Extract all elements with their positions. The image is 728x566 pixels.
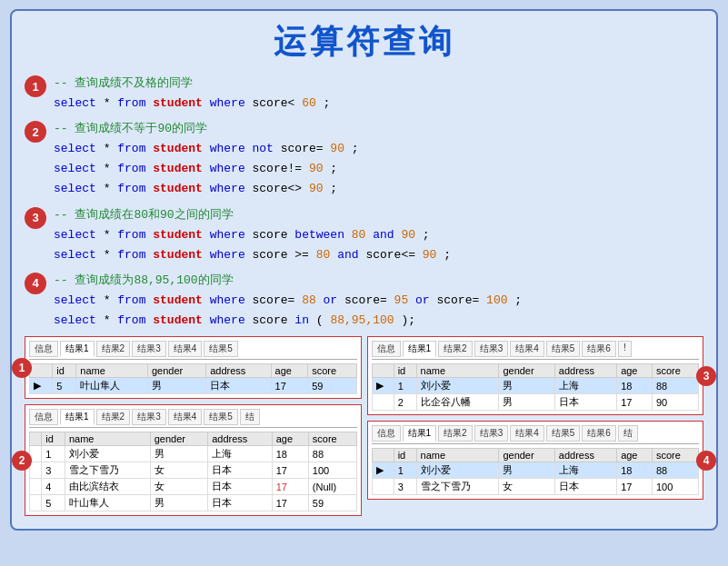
tab-result6-3[interactable]: 结果6 [582, 341, 616, 357]
cell-address: 日本 [206, 378, 271, 394]
tab-bar-3: 信息 结果1 结果2 结果3 结果4 结果5 结果6 ! [372, 341, 700, 360]
code-block-4: -- 查询成绩为88,95,100的同学 select * from stude… [54, 271, 522, 331]
table-row: 3 雪之下雪乃 女 日本 17 100 [372, 479, 699, 495]
cell-address: 上海 [208, 446, 273, 462]
cell-name: 由比滨结衣 [65, 479, 150, 495]
col-marker-2 [30, 432, 42, 446]
cell-id: 2 [394, 394, 416, 411]
tab-info-2[interactable]: 信息 [29, 409, 58, 425]
cell-score: 59 [308, 495, 356, 511]
tab-result1-1[interactable]: 结果1 [60, 341, 95, 357]
row-marker: ▶ [372, 378, 394, 394]
col-gender-3: gender [499, 364, 554, 378]
section-1: 1 -- 查询成绩不及格的同学 select * from student wh… [25, 74, 703, 114]
tab-result3-1[interactable]: 结果3 [132, 341, 166, 357]
col-address-3: address [554, 364, 616, 378]
row-marker: ▶ [30, 378, 53, 394]
tab-resultn-3[interactable]: ! [618, 341, 632, 357]
row-marker: ▶ [372, 462, 394, 479]
tab-result3-2[interactable]: 结果3 [132, 409, 166, 425]
comment-3: -- 查询成绩在80和90之间的同学 [54, 205, 451, 225]
result-badge-3: 3 [696, 366, 716, 386]
cell-score: 88 [652, 378, 698, 394]
col-age-4: age [617, 449, 653, 462]
cell-address: 上海 [554, 378, 616, 394]
tab-resultn-4[interactable]: 结 [618, 425, 638, 442]
tab-result2-2[interactable]: 结果2 [96, 409, 131, 425]
tab-result5-1[interactable]: 结果5 [204, 341, 238, 357]
tab-result4-1[interactable]: 结果4 [168, 341, 203, 357]
col-name-4: name [416, 449, 499, 462]
cell-address: 日本 [554, 394, 616, 411]
cell-gender: 女 [150, 479, 207, 495]
badge-2: 2 [25, 121, 46, 143]
cell-gender: 男 [147, 378, 205, 394]
table-row: ▶ 5 叶山隼人 男 日本 17 59 [30, 378, 357, 394]
cell-id: 1 [394, 378, 416, 394]
tab-result5-2[interactable]: 结果5 [204, 409, 238, 425]
badge-3: 3 [25, 207, 46, 229]
tab-result3-4[interactable]: 结果3 [474, 425, 509, 442]
tab-result5-4[interactable]: 结果5 [546, 425, 581, 442]
tab-result1-2[interactable]: 结果1 [60, 409, 95, 425]
cell-id: 5 [42, 495, 65, 511]
badge-4: 4 [25, 273, 46, 294]
section-4: 4 -- 查询成绩为88,95,100的同学 select * from stu… [25, 271, 703, 331]
col-id-4: id [394, 449, 416, 462]
col-age-3: age [617, 364, 653, 378]
tab-info-1[interactable]: 信息 [29, 341, 58, 357]
tab-result4-3[interactable]: 结果4 [510, 341, 544, 357]
tab-result6-4[interactable]: 结果6 [582, 425, 616, 442]
code-line-3-2: select * from student where score >= 80 … [54, 245, 451, 265]
cell-gender: 女 [499, 479, 554, 495]
tab-resultn-2[interactable]: 结 [240, 409, 260, 425]
row-marker [30, 462, 42, 479]
cell-score: (Null) [308, 479, 356, 495]
col-id-2: id [42, 432, 65, 446]
cell-age: 18 [617, 462, 653, 479]
col-score-1: score [308, 364, 356, 378]
cell-age: 18 [272, 446, 308, 462]
comment-1: -- 查询成绩不及格的同学 [54, 74, 330, 94]
cell-id: 3 [394, 479, 416, 495]
cell-name: 雪之下雪乃 [416, 479, 499, 495]
panel-wrap-4: 信息 结果1 结果2 结果3 结果4 结果5 结果6 结 id [367, 421, 704, 500]
code-block-3: -- 查询成绩在80和90之间的同学 select * from student… [54, 205, 451, 265]
col-marker-1 [30, 364, 53, 378]
results-wrapper: 1 信息 结果1 结果2 结果3 结果4 结果5 [25, 336, 703, 516]
tab-result4-4[interactable]: 结果4 [510, 425, 544, 442]
tab-result4-2[interactable]: 结果4 [168, 409, 203, 425]
tab-result3-3[interactable]: 结果3 [474, 341, 509, 357]
result-panel-4: 信息 结果1 结果2 结果3 结果4 结果5 结果6 结 id [367, 421, 704, 500]
cell-score: 100 [652, 479, 698, 495]
code-line-4-1: select * from student where score= 88 or… [54, 291, 522, 311]
col-age-2: age [272, 432, 308, 446]
cell-gender: 男 [150, 446, 207, 462]
cell-id: 5 [53, 378, 76, 394]
tab-result1-3[interactable]: 结果1 [403, 341, 437, 357]
cell-age: 17 [272, 495, 308, 511]
cell-address: 日本 [208, 479, 273, 495]
tab-result1-4[interactable]: 结果1 [403, 425, 437, 442]
tab-result2-4[interactable]: 结果2 [438, 425, 473, 442]
row-marker [30, 495, 42, 511]
result-badge-1: 1 [12, 358, 32, 378]
section-3: 3 -- 查询成绩在80和90之间的同学 select * from stude… [25, 205, 703, 265]
cell-id: 1 [42, 446, 65, 462]
badge-1: 1 [25, 75, 46, 97]
cell-gender: 男 [499, 394, 554, 411]
tab-info-3[interactable]: 信息 [372, 341, 401, 357]
col-gender-2: gender [150, 432, 207, 446]
code-line-1-1: select * from student where score< 60 ; [54, 94, 330, 114]
tab-result2-1[interactable]: 结果2 [96, 341, 131, 357]
page-title: 运算符查询 [25, 20, 703, 65]
table-row: 1 刘小爱 男 上海 18 88 [30, 446, 357, 462]
tab-result2-3[interactable]: 结果2 [438, 341, 473, 357]
tab-result5-3[interactable]: 结果5 [546, 341, 581, 357]
tab-info-4[interactable]: 信息 [372, 425, 401, 442]
tab-bar-2: 信息 结果1 结果2 结果3 结果4 结果5 结 [29, 409, 357, 428]
col-name-2: name [65, 432, 150, 446]
col-marker-4 [372, 449, 394, 462]
col-address-2: address [208, 432, 273, 446]
cell-address: 日本 [208, 462, 273, 479]
